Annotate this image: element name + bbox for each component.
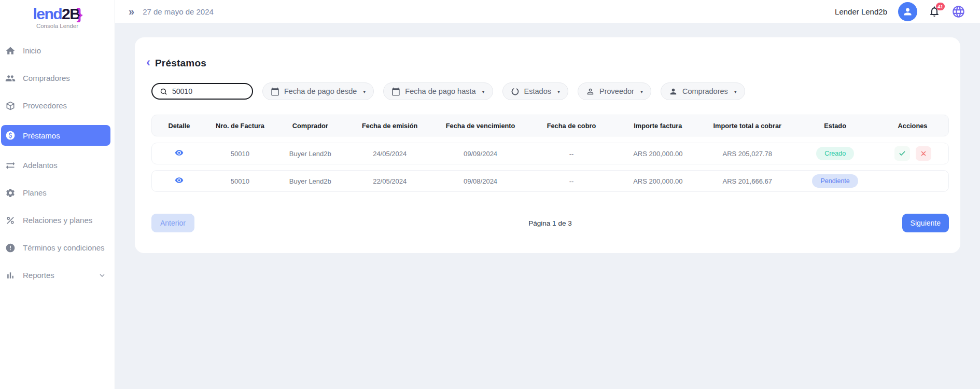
cell-due-date: 09/09/2024 <box>433 150 528 158</box>
cell-invoice-amount: ARS 200,000.00 <box>614 150 701 158</box>
cell-buyer: Buyer Lend2b <box>274 177 347 185</box>
sidebar-item-terminos[interactable]: Términos y condiciones <box>1 240 110 256</box>
sidebar-item-label: Inicio <box>23 46 41 55</box>
sidebar-item-label: Compradores <box>23 74 70 82</box>
logo-accent-bracket: } <box>76 5 81 22</box>
filter-fecha-pago-hasta[interactable]: Fecha de pago hasta ▾ <box>383 82 493 100</box>
caret-down-icon: ▾ <box>557 89 560 94</box>
sidebar-item-planes[interactable]: Planes <box>1 185 110 201</box>
col-header-importe-factura: Importe factura <box>614 122 701 130</box>
sidebar-item-label: Reportes <box>23 271 54 280</box>
filter-estados[interactable]: Estados ▾ <box>502 82 568 100</box>
filter-row: Fecha de pago desde ▾ Fecha de pago hast… <box>151 82 949 100</box>
status-badge: Pendiente <box>812 174 858 188</box>
people-icon <box>5 73 16 84</box>
sidebar-nav: Inicio Compradores Proveedores Préstamos… <box>0 43 115 283</box>
status-circle-icon <box>511 87 520 96</box>
content-area: ‹ Préstamos Fecha de pago desde ▾ Fecha … <box>115 23 980 389</box>
person-filled-icon <box>669 87 678 96</box>
table-row: 50010 Buyer Lend2b 24/05/2024 09/09/2024… <box>151 143 949 164</box>
sidebar-item-inicio[interactable]: Inicio <box>1 43 110 59</box>
filter-label: Fecha de pago desde <box>284 87 357 95</box>
notifications-button[interactable]: 41 <box>928 5 941 18</box>
sidebar-item-adelantos[interactable]: Adelantos <box>1 157 110 173</box>
sidebar-item-label: Proveedores <box>23 101 67 110</box>
detail-eye-button[interactable] <box>175 176 184 185</box>
search-input[interactable] <box>172 87 245 95</box>
pagination: Anterior Página 1 de 3 Siguiente <box>151 214 949 232</box>
calendar-icon <box>271 87 279 96</box>
calendar-icon <box>391 87 400 96</box>
brand-logo: lend2B} Consola Lender <box>0 5 115 29</box>
cell-collection-date: -- <box>528 150 615 158</box>
status-badge: Creado <box>816 147 854 161</box>
info-icon <box>5 243 16 253</box>
sidebar-item-compradores[interactable]: Compradores <box>1 70 110 86</box>
filter-fecha-pago-desde[interactable]: Fecha de pago desde ▾ <box>262 82 374 100</box>
filter-label: Fecha de pago hasta <box>405 87 475 95</box>
cell-due-date: 09/08/2024 <box>433 177 528 185</box>
col-header-comprador: Comprador <box>274 122 347 130</box>
eye-icon <box>175 176 184 185</box>
filter-label: Compradores <box>682 87 728 95</box>
next-page-button[interactable]: Siguiente <box>902 214 949 232</box>
cell-invoice-number: 50010 <box>206 177 274 185</box>
user-name: Lender Lend2b <box>835 7 887 16</box>
col-header-fecha-cobro: Fecha de cobro <box>528 122 615 130</box>
home-icon <box>5 46 16 56</box>
eye-icon <box>175 148 184 157</box>
sidebar-item-prestamos[interactable]: Préstamos <box>1 125 110 146</box>
avatar-button[interactable] <box>898 2 917 21</box>
cell-issue-date: 22/05/2024 <box>347 177 433 185</box>
col-header-fecha-emision: Fecha de emisión <box>347 122 433 130</box>
sidebar-item-label: Préstamos <box>23 131 60 140</box>
previous-page-button[interactable]: Anterior <box>151 214 194 232</box>
detail-eye-button[interactable] <box>175 148 184 157</box>
logo-text: lend2B} <box>0 5 115 22</box>
loans-card: ‹ Préstamos Fecha de pago desde ▾ Fecha … <box>135 37 960 253</box>
swap-arrows-icon <box>5 160 16 171</box>
notification-count-badge: 41 <box>936 3 945 10</box>
sidebar-item-proveedores[interactable]: Proveedores <box>1 98 110 114</box>
bar-chart-icon <box>5 270 16 281</box>
sidebar-item-label: Términos y condiciones <box>23 243 105 252</box>
actions-cell <box>877 146 948 161</box>
filter-label: Estados <box>524 87 551 95</box>
caret-down-icon: ▾ <box>734 89 737 94</box>
col-header-estado: Estado <box>793 122 877 130</box>
sidebar-item-relaciones[interactable]: Relaciones y planes <box>1 212 110 228</box>
cell-invoice-number: 50010 <box>206 150 274 158</box>
sidebar-item-label: Planes <box>23 188 47 197</box>
caret-down-icon: ▾ <box>363 89 366 94</box>
sidebar-item-label: Adelantos <box>23 161 58 170</box>
col-header-acciones: Acciones <box>877 122 948 130</box>
check-icon <box>899 150 906 157</box>
col-header-detalle: Detalle <box>152 122 206 130</box>
col-header-nro-factura: Nro. de Factura <box>206 122 274 130</box>
globe-icon <box>951 5 965 19</box>
reject-button[interactable] <box>916 146 931 161</box>
chevron-down-icon <box>98 271 106 280</box>
gear-icon <box>5 188 16 198</box>
table-row: 50010 Buyer Lend2b 22/05/2024 09/08/2024… <box>151 170 949 192</box>
title-row: ‹ Préstamos <box>146 56 949 70</box>
filter-compradores[interactable]: Compradores ▾ <box>661 82 745 100</box>
language-button[interactable] <box>951 5 965 19</box>
sidebar-collapse-icon[interactable]: » <box>129 6 134 17</box>
cell-buyer: Buyer Lend2b <box>274 150 347 158</box>
topbar: » 27 de mayo de 2024 Lender Lend2b 41 <box>115 0 980 23</box>
loan-dollar-icon <box>5 130 16 141</box>
approve-button[interactable] <box>894 146 910 161</box>
sidebar-item-label: Relaciones y planes <box>23 216 92 225</box>
filter-proveedor[interactable]: Proveedor ▾ <box>578 82 651 100</box>
search-icon <box>160 88 167 95</box>
page-title: Préstamos <box>155 58 206 69</box>
col-header-importe-total: Importe total a cobrar <box>701 122 793 130</box>
topbar-right: Lender Lend2b 41 <box>835 2 965 21</box>
person-outline-icon <box>586 87 595 96</box>
cell-issue-date: 24/05/2024 <box>347 150 433 158</box>
sidebar-item-reportes[interactable]: Reportes <box>1 267 110 283</box>
caret-down-icon: ▾ <box>640 89 643 94</box>
table-header-row: Detalle Nro. de Factura Comprador Fecha … <box>151 115 949 136</box>
back-chevron-icon[interactable]: ‹ <box>146 56 150 70</box>
